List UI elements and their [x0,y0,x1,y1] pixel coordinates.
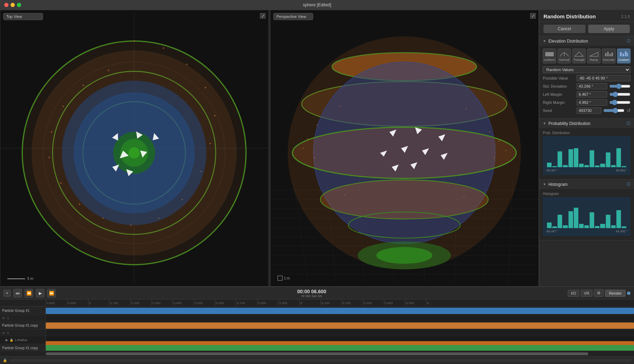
prob-bar [622,166,626,167]
dist-uniform-button[interactable]: Uniform [543,49,556,63]
panel-title: Random Distribution [543,13,596,19]
probability-info-icon[interactable]: ⓘ [627,121,630,126]
svg-rect-99 [607,52,609,56]
left-margin-input[interactable] [577,91,607,98]
minimize-button[interactable] [11,3,15,7]
track-particle-group-1-content[interactable] [46,307,634,315]
ruler-mark: 5 [88,300,109,306]
std-deviation-input[interactable] [577,83,607,89]
prob-bar [563,165,567,167]
timeline-add-button[interactable]: + [4,290,11,297]
probability-bars [546,139,628,167]
possible-value-row: Possible Value [543,75,630,81]
track-particle-group-1-label: Particle Group #1 [0,307,46,315]
prob-bar [600,164,605,167]
seed-slider[interactable] [603,108,624,113]
ruler-mark: 6 [299,300,321,306]
ruler-mark: 4.900 [67,300,88,306]
svg-point-67 [292,127,516,178]
viewport-persp-label[interactable]: Perspective View Top View Front View Sid… [273,13,313,20]
current-time: 00:00 06.600 [297,289,327,294]
timeline-ruler: 4.800 4.900 5 5.100 5.200 5.300 5.400 5.… [0,300,634,307]
right-margin-label: Right Margin [543,100,574,105]
dist-triangle-button[interactable]: Triangle [572,49,586,63]
close-button[interactable] [4,3,8,7]
viewport-persp-expand[interactable]: ⤢ [530,13,536,19]
rewind-button[interactable]: ⏪ [25,289,33,297]
hist-bar [558,215,562,228]
main-area: Top View Front View Side View Perspectiv… [0,10,634,287]
seed-refresh-icon[interactable]: ↺ [627,108,631,113]
viewport-top-label[interactable]: Top View Front View Side View Perspectiv… [3,13,43,20]
track-particle-group-1-copy-green-content[interactable] [46,344,634,351]
hist-bar [552,226,557,228]
possible-value-input[interactable] [577,75,630,81]
prob-bar [579,164,584,167]
forward-button[interactable]: ⏩ [47,289,56,297]
viewport-persp-select[interactable]: Perspective View Top View Front View Sid… [273,13,313,20]
timeline-scrollbar-track [46,352,588,355]
track-particle-group-1-copy-content[interactable] [46,321,634,330]
io-button[interactable]: I/O [568,290,579,297]
status-scrollbar[interactable] [10,359,631,362]
hist-bar [616,210,621,228]
apply-button[interactable]: Apply [588,25,630,33]
std-deviation-slider[interactable] [609,83,630,89]
track-particle-group-1-bar[interactable] [46,308,634,314]
right-margin-input[interactable] [577,99,607,106]
track-particle-group-1-copy-green-bar[interactable] [46,345,634,351]
elevation-section-header[interactable]: ▼ Elevation Distribution ⓘ [539,36,634,46]
track-particle-group-1-copy-green-label: Particle Group #1 copy [0,344,46,351]
prob-bar [547,163,552,167]
cancel-button[interactable]: Cancel [543,25,585,33]
dist-type-row: Uniform Normal Triangle [543,49,630,63]
left-margin-slider[interactable] [609,92,630,97]
scale-indicator-persp: 1 m [278,276,290,281]
probability-section-header[interactable]: ▼ Probability Distribution ⓘ [539,119,634,128]
viewport-top-expand[interactable]: ⤢ [260,13,266,19]
ruler-mark: 5.900 [278,300,299,306]
probability-section-title: Probability Distribution [548,121,627,126]
viewport-top: Top View Front View Side View Perspectiv… [0,10,269,287]
dist-ramp-button[interactable]: Ramp [587,49,601,63]
seed-input[interactable] [577,107,601,114]
dist-custom-button[interactable]: Custom [617,49,630,63]
track-particle-group-1: Particle Group #1 [0,307,634,315]
elevation-info-icon[interactable]: ⓘ [627,38,630,44]
track-particle-group-1-ms: MS [0,315,634,321]
histogram-section-header[interactable]: ▼ Histogram ⓘ [539,180,634,189]
scale-value-persp: 1 m [284,276,290,280]
timeline-scrollbar-thumb[interactable] [46,352,588,355]
right-margin-slider[interactable] [609,100,630,105]
ruler-mark: 5.100 [109,300,130,306]
svg-point-75 [303,148,304,149]
dist-discrete-button[interactable]: Discrete [602,49,616,63]
random-values-row: Random Values [543,66,630,73]
random-values-select[interactable]: Random Values [543,66,630,73]
ruler-mark: 5.400 [173,300,194,306]
timeline-scrollbar-area [0,351,634,356]
track-particle-group-1-copy-bar[interactable] [46,322,634,329]
vr-button[interactable]: VR [581,290,592,297]
hist-bar [568,211,573,228]
play-button[interactable]: ▶ [36,289,44,297]
svg-rect-101 [611,52,613,56]
dist-normal-button[interactable]: Normal [558,49,571,63]
rewind-start-button[interactable]: ⏮ [13,289,22,297]
hist-bar [611,225,616,228]
histogram-chart-labels: -96.467 ° 94.992 ° [546,230,628,233]
histogram-info-icon[interactable]: ⓘ [627,182,630,187]
hist-chart-max: 94.992 ° [616,230,628,233]
viewports-container: Top View Front View Side View Perspectiv… [0,10,539,287]
maximize-button[interactable] [17,3,21,7]
seed-row: Seed ↺ [543,107,630,114]
svg-point-69 [321,180,488,219]
render-button[interactable]: Render [605,290,626,297]
svg-rect-105 [627,53,628,56]
std-deviation-label: Std. Deviation [543,84,574,88]
prob-bar [558,151,562,167]
window-controls[interactable] [4,3,21,7]
viewport-top-select[interactable]: Top View Front View Side View Perspectiv… [3,13,43,20]
hist-bar [579,224,584,228]
settings-button[interactable]: ⚙ [594,289,604,297]
